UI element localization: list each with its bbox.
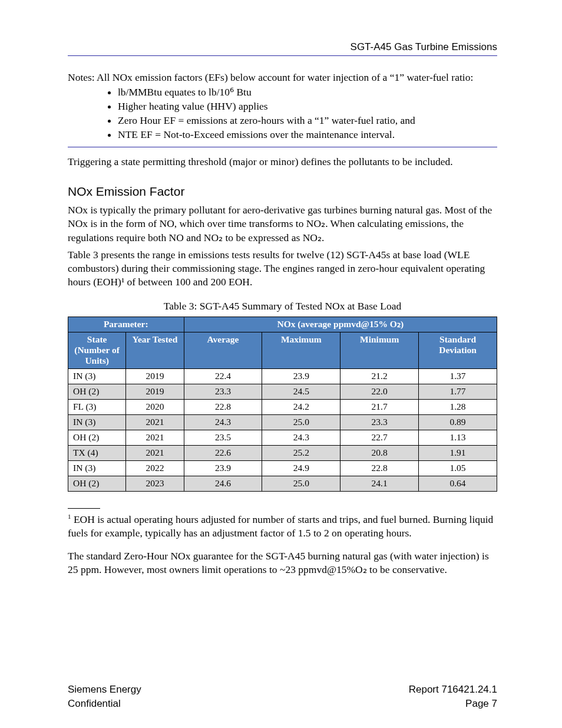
footer-left: Siemens Energy [68, 684, 141, 696]
section-rule [68, 147, 497, 147]
table-row: IN (3)202223.924.922.81.05 [68, 461, 497, 476]
footnote-text: EOH is actual operating hours adjusted f… [68, 513, 493, 539]
table-row: IN (3)201922.423.921.21.37 [68, 369, 497, 384]
table-ref: Table 3 [68, 249, 98, 261]
notes-intro-text: All NOx emission factors (EFs) below acc… [97, 71, 473, 83]
table-row: OH (2)201923.324.522.01.77 [68, 384, 497, 400]
hdr-sd: Standard Deviation [419, 332, 497, 369]
notes-block: Notes: All NOx emission factors (EFs) be… [68, 71, 497, 141]
footer-page: Page 7 [465, 698, 497, 710]
table-header-row-1: Parameter: NOx (average ppmvd@15% O₂) [68, 317, 497, 332]
paragraph-after-table: The standard Zero-Hour NOx guarantee for… [68, 549, 497, 577]
table-row: TX (4)202122.625.220.81.91 [68, 446, 497, 461]
hdr-state: State (Number of Units) [68, 332, 126, 369]
footer-right: Report 716421.24.1 [409, 684, 497, 696]
footer-row-1: Siemens Energy Report 716421.24.1 [68, 684, 497, 696]
hdr-avg: Average [184, 332, 262, 369]
table-row: IN (3)202124.325.023.30.89 [68, 415, 497, 430]
notes-item: lb/MMBtu equates to lb/10⁶ Btu [118, 86, 497, 99]
paragraph-2: Table 3 presents the range in emissions … [68, 248, 497, 289]
table-row: OH (2)202324.625.024.10.64 [68, 476, 497, 492]
section-heading: NOx Emission Factor [68, 185, 497, 199]
notes-item: NTE EF = Not-to-Exceed emissions over th… [118, 129, 497, 141]
table-row: FL (3)202022.824.221.71.28 [68, 400, 497, 415]
hdr-min: Minimum [340, 332, 419, 369]
notes-intro: Notes: All NOx emission factors (EFs) be… [68, 71, 497, 84]
nox-table: Parameter: NOx (average ppmvd@15% O₂) St… [68, 317, 497, 492]
notes-item: Higher heating value (HHV) applies [118, 100, 497, 113]
hdr-nox: NOx (average ppmvd@15% O₂) [184, 317, 497, 332]
paragraph-2-body: presents the range in emissions tests re… [68, 249, 485, 288]
table-header-row-2: State (Number of Units) Year Tested Aver… [68, 332, 497, 369]
header-rule [68, 55, 497, 56]
footnote-block: 1 EOH is actual operating hours adjusted… [68, 499, 497, 540]
table-caption: Table 3: SGT-A45 Summary of Tested NOx a… [68, 299, 497, 313]
notes-intro-prefix: Notes: [68, 71, 97, 83]
running-header: SGT-A45 Gas Turbine Emissions [68, 41, 497, 53]
page: SGT-A45 Gas Turbine Emissions Notes: All… [0, 0, 562, 728]
hdr-max: Maximum [262, 332, 340, 369]
footnote-rule [68, 508, 100, 509]
footer-left2: Confidential [68, 698, 121, 710]
notes-item: Zero Hour EF = emissions at zero-hours w… [118, 114, 497, 127]
trigger-paragraph: Triggering a state permitting threshold … [68, 156, 497, 168]
table-body: IN (3)201922.423.921.21.37 OH (2)201923.… [68, 369, 497, 492]
hdr-parameter: Parameter: [68, 317, 184, 332]
hdr-year: Year Tested [126, 332, 184, 369]
table-row: OH (2)202123.524.322.71.13 [68, 430, 497, 446]
paragraph-1: NOx is typically the primary pollutant f… [68, 203, 497, 244]
footer-row-2: Confidential Page 7 [68, 698, 497, 710]
table-wrap: Table 3: SGT-A45 Summary of Tested NOx a… [68, 299, 497, 492]
notes-list: lb/MMBtu equates to lb/10⁶ Btu Higher he… [68, 86, 497, 141]
